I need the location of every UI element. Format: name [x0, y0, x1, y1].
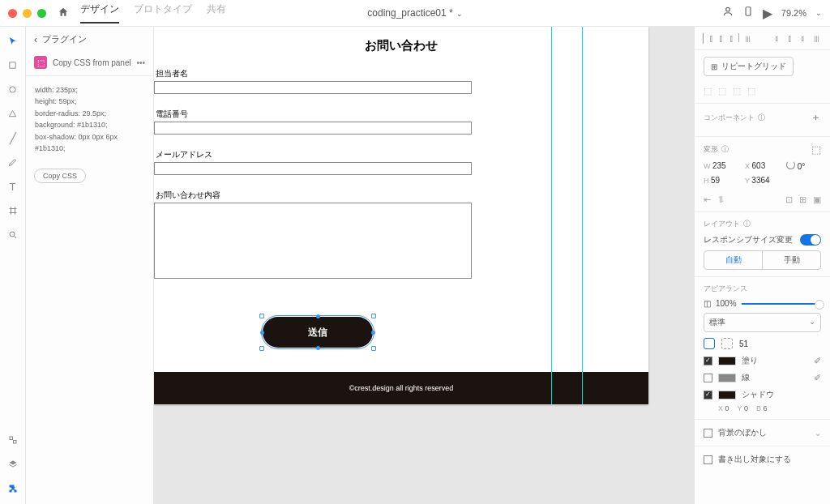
export-checkbox[interactable]: [704, 455, 712, 464]
boolean-add-icon[interactable]: ⬚: [704, 86, 712, 96]
select-tool-icon[interactable]: [7, 35, 19, 46]
resize-handle[interactable]: [259, 314, 264, 318]
layers-icon[interactable]: [7, 459, 19, 470]
flip-v-icon[interactable]: ⥮: [717, 194, 725, 205]
play-icon[interactable]: ▶: [763, 6, 772, 21]
shadow-checkbox[interactable]: [704, 391, 712, 399]
info-icon[interactable]: ⓘ: [721, 144, 729, 155]
align-bottom-icon[interactable]: ⫾: [798, 32, 809, 44]
info-icon[interactable]: ⓘ: [743, 219, 751, 229]
resize-handle[interactable]: [316, 346, 320, 350]
plugins-icon[interactable]: [7, 483, 19, 494]
tab-prototype[interactable]: プロトタイプ: [134, 2, 192, 23]
resize-handle[interactable]: [371, 314, 376, 318]
submit-button[interactable]: 送信: [263, 317, 373, 348]
input-email[interactable]: [154, 162, 472, 175]
tab-share[interactable]: 共有: [207, 2, 226, 23]
device-preview-icon[interactable]: [742, 6, 754, 20]
align-right-icon[interactable]: ⫿▕: [729, 32, 740, 44]
shadow-b[interactable]: 6: [763, 404, 767, 412]
lock-aspect-icon[interactable]: ⬚: [811, 143, 821, 156]
chevron-down-icon[interactable]: ⌄: [815, 429, 821, 438]
resize-handle[interactable]: [259, 346, 264, 351]
height-value[interactable]: 59: [711, 176, 720, 185]
rotation-value[interactable]: 0°: [798, 162, 806, 171]
distribute-h-icon[interactable]: ⫼: [742, 32, 753, 44]
ellipse-tool-icon[interactable]: [7, 83, 19, 95]
align-middle-icon[interactable]: ⫿: [785, 32, 796, 44]
flip-h-icon[interactable]: ⇤: [704, 194, 711, 205]
opacity-value[interactable]: 100%: [716, 299, 737, 308]
tab-design[interactable]: デザイン: [80, 2, 119, 23]
opacity-slider[interactable]: [742, 303, 821, 305]
pen-tool-icon[interactable]: [7, 156, 19, 168]
user-icon[interactable]: [722, 6, 734, 20]
bgblur-checkbox[interactable]: [704, 429, 712, 438]
line-tool-icon[interactable]: ╱: [7, 132, 19, 143]
artboard-tool-icon[interactable]: [7, 205, 19, 216]
home-icon[interactable]: [58, 6, 69, 20]
text-tool-icon[interactable]: T: [7, 181, 19, 192]
shadow-swatch[interactable]: [718, 391, 736, 399]
boolean-subtract-icon[interactable]: ⬚: [718, 86, 726, 96]
resize-handle[interactable]: [371, 346, 376, 351]
width-value[interactable]: 235: [712, 161, 726, 170]
blend-mode-select[interactable]: 標準⌄: [704, 313, 821, 332]
form-title: お問い合わせ: [154, 27, 648, 53]
align-pixel-icon[interactable]: ⊡: [785, 194, 793, 205]
rectangle-tool-icon[interactable]: [7, 59, 19, 70]
textarea-content[interactable]: [154, 203, 472, 279]
add-component-icon[interactable]: ＋: [811, 110, 821, 125]
align-top-icon[interactable]: ⫾: [772, 32, 783, 44]
border-checkbox[interactable]: [704, 374, 712, 382]
corner-radius-value[interactable]: 51: [739, 340, 748, 348]
back-icon[interactable]: ‹: [34, 34, 37, 45]
polygon-tool-icon[interactable]: [7, 108, 19, 119]
plugin-row[interactable]: ⬚ Copy CSS from panel •••: [26, 52, 153, 76]
resize-handle[interactable]: [371, 331, 375, 335]
align-pixel-icon[interactable]: ⊞: [799, 194, 806, 205]
segment-auto[interactable]: 自動: [704, 251, 763, 269]
segment-manual[interactable]: 手動: [763, 251, 820, 269]
fill-swatch[interactable]: [718, 357, 736, 365]
shadow-y[interactable]: 0: [744, 404, 748, 412]
more-icon[interactable]: •••: [136, 58, 145, 67]
corner-each-icon[interactable]: [721, 338, 733, 349]
corner-all-icon[interactable]: [704, 338, 715, 349]
eyedropper-icon[interactable]: ✐: [814, 356, 821, 366]
resize-handle[interactable]: [260, 331, 264, 335]
zoom-level[interactable]: 79.2%: [781, 8, 806, 18]
guide-line[interactable]: [551, 27, 552, 404]
align-pixel-icon[interactable]: ▣: [813, 194, 821, 205]
selected-element[interactable]: 送信: [263, 317, 373, 348]
repeat-grid-button[interactable]: ⊞ リピートグリッド: [704, 57, 794, 76]
y-value[interactable]: 3364: [751, 176, 769, 185]
boolean-intersect-icon[interactable]: ⬚: [733, 86, 741, 96]
input-name[interactable]: [154, 81, 472, 94]
responsive-toggle[interactable]: [800, 234, 821, 246]
boolean-exclude-icon[interactable]: ⬚: [747, 86, 755, 96]
info-icon[interactable]: ⓘ: [758, 113, 765, 123]
guide-line[interactable]: [582, 27, 583, 404]
close-window-icon[interactable]: [8, 9, 17, 18]
distribute-v-icon[interactable]: ⫼: [811, 32, 822, 44]
x-value[interactable]: 603: [752, 161, 766, 170]
maximize-window-icon[interactable]: [37, 9, 46, 18]
eyedropper-icon[interactable]: ✐: [814, 373, 821, 383]
canvas[interactable]: お問い合わせ 担当者名 電話番号 メールアドレス お問い合わせ内容 送信: [154, 27, 694, 504]
document-title[interactable]: coding_practice01 *⌄: [367, 7, 462, 19]
copy-css-button[interactable]: Copy CSS: [34, 169, 86, 183]
panel-header[interactable]: ‹ プラグイン: [26, 27, 153, 52]
resize-handle[interactable]: [316, 314, 320, 318]
zoom-tool-icon[interactable]: [7, 229, 19, 241]
align-center-h-icon[interactable]: ⫿: [716, 32, 727, 44]
shadow-x[interactable]: 0: [725, 404, 729, 412]
align-left-icon[interactable]: ▏⫿: [703, 32, 714, 44]
fill-checkbox[interactable]: [704, 357, 712, 365]
artboard[interactable]: お問い合わせ 担当者名 電話番号 メールアドレス お問い合わせ内容 送信: [154, 27, 648, 404]
chevron-down-icon[interactable]: ⌄: [815, 9, 822, 17]
border-swatch[interactable]: [718, 374, 736, 382]
minimize-window-icon[interactable]: [23, 9, 32, 18]
assets-icon[interactable]: [7, 434, 19, 446]
input-phone[interactable]: [154, 122, 472, 135]
